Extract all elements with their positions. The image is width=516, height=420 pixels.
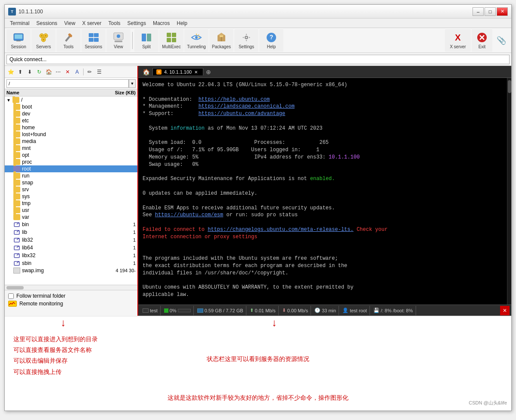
home-tab-icon[interactable]: 🏠: [140, 68, 152, 75]
svg-rect-2: [16, 40, 21, 41]
status-download: ⬇ 0.00 Mb/s: [280, 306, 311, 315]
annotation-left: 这里可以直接进入到想到的目录 可以直接查看服务器文件名称 可以双击编辑并保存 可…: [13, 334, 98, 377]
toolbar-help[interactable]: ? Help: [259, 29, 283, 52]
fp-download-btn[interactable]: ⬇: [25, 68, 34, 76]
folder-icon: [13, 173, 20, 179]
status-close-button[interactable]: ✕: [500, 306, 510, 315]
menu-sessions[interactable]: Sessions: [33, 19, 61, 27]
fp-refresh-btn[interactable]: ↻: [35, 68, 44, 76]
svg-rect-10: [89, 33, 93, 37]
terminal-panel: 🏠 4 4. 10.1.1.100 ✕ ⊕ Welcome to Ubuntu …: [138, 66, 511, 316]
tab-close-button[interactable]: ✕: [194, 70, 198, 75]
terminal-screen[interactable]: Welcome to Ubuntu 22.04.3 LTS (GNU/Linux…: [138, 78, 507, 305]
menu-tools[interactable]: Tools: [105, 19, 124, 27]
terminal-line: Enable ESM Apps to receive additional fu…: [143, 205, 503, 212]
fp-upload-btn[interactable]: ⬆: [16, 68, 25, 76]
file-panel-bottom: Follow terminal folder Remote monitoring: [5, 290, 137, 316]
toolbar-exit[interactable]: Exit: [472, 29, 492, 52]
list-item[interactable]: lost+found: [5, 131, 137, 138]
list-item[interactable]: etc: [5, 117, 137, 124]
terminal-scrollbar[interactable]: [507, 78, 511, 305]
list-item[interactable]: mnt: [5, 145, 137, 152]
list-item[interactable]: proc: [5, 159, 137, 165]
toolbar-separator-1: [132, 32, 133, 49]
toolbar-view[interactable]: View: [106, 29, 131, 52]
fp-menu-btn[interactable]: ☰: [95, 68, 103, 76]
horizontal-scrollbar[interactable]: [5, 285, 137, 290]
link-icon: [13, 221, 20, 228]
fp-dots-btn[interactable]: ⋯: [54, 68, 62, 76]
list-item[interactable]: lib 1: [5, 228, 137, 236]
terminal-tab-active[interactable]: 4 4. 10.1.1.100 ✕: [152, 68, 203, 75]
status-memory: 0.59 GB / 7.72 GB: [195, 306, 246, 315]
terminal-line: The programs included with the Ubuntu sy…: [143, 255, 503, 262]
menu-help[interactable]: Help: [173, 19, 191, 27]
download-icon: ⬇: [282, 308, 286, 313]
path-input[interactable]: [6, 79, 129, 88]
menu-settings[interactable]: Settings: [124, 19, 149, 27]
status-upload-label: 0.01 Mb/s: [255, 308, 276, 313]
list-item[interactable]: sys: [5, 193, 137, 200]
list-item[interactable]: media: [5, 138, 137, 145]
fp-home-btn[interactable]: 🏠: [44, 68, 53, 76]
toolbar-split[interactable]: Split: [134, 29, 159, 52]
attachment-icon[interactable]: 📎: [493, 34, 510, 47]
toolbar-servers[interactable]: Servers: [31, 29, 56, 52]
list-item[interactable]: lib64 1: [5, 244, 137, 252]
folder-icon: [13, 214, 20, 220]
list-item[interactable]: ▼ /: [5, 96, 137, 103]
toolbar-multiexec[interactable]: MultiExec: [159, 29, 183, 52]
list-item[interactable]: opt: [5, 152, 137, 159]
menu-macros[interactable]: Macros: [149, 19, 173, 27]
terminal-scrollbar-thumb[interactable]: [508, 80, 511, 93]
col-size-header: Size (KB): [101, 90, 136, 95]
quick-connect-input[interactable]: [6, 55, 510, 64]
path-dropdown[interactable]: ▼: [129, 79, 136, 88]
fp-edit-btn[interactable]: ✏: [85, 68, 94, 76]
menu-xserver[interactable]: X server: [79, 19, 105, 27]
follow-terminal-checkbox-item: Follow terminal folder: [8, 293, 134, 299]
list-item[interactable]: usr: [5, 207, 137, 214]
file-tree[interactable]: ▼ / boot dev etc home: [5, 96, 137, 285]
toolbar-sessions[interactable]: Sessions: [81, 29, 106, 52]
list-item[interactable]: home: [5, 124, 137, 131]
fp-delete-btn[interactable]: ✕: [63, 68, 72, 76]
menu-view[interactable]: View: [61, 19, 79, 27]
list-item[interactable]: sbin 1: [5, 259, 137, 267]
close-button[interactable]: ✕: [497, 7, 508, 16]
toolbar-tunneling[interactable]: Tunneling: [184, 29, 208, 52]
maximize-button[interactable]: □: [485, 7, 496, 16]
list-item[interactable]: run: [5, 172, 137, 179]
toolbar-packages[interactable]: Packages: [209, 29, 233, 52]
menu-terminal[interactable]: Terminal: [6, 19, 33, 27]
toolbar-xserver[interactable]: X X server: [445, 29, 471, 52]
list-item[interactable]: snap: [5, 179, 137, 186]
link-icon: [13, 252, 20, 259]
terminal-line: See https://ubuntu.com/esm or run: sudo …: [143, 212, 503, 219]
annotation-center: 状态栏这里可以看到服务器的资源情况: [207, 355, 309, 363]
list-item-root[interactable]: root: [5, 165, 137, 172]
toolbar-settings[interactable]: Settings: [234, 29, 258, 52]
list-item[interactable]: swap.img 4 194 30-: [5, 267, 137, 274]
minimize-button[interactable]: –: [472, 7, 484, 16]
terminal-line: [143, 132, 503, 140]
list-item[interactable]: bin 1: [5, 221, 137, 228]
list-item[interactable]: boot: [5, 103, 137, 110]
list-item[interactable]: dev: [5, 110, 137, 117]
follow-terminal-checkbox[interactable]: [8, 293, 14, 299]
fp-newfile-btn[interactable]: A: [73, 68, 81, 76]
toolbar-tools[interactable]: Tools: [56, 29, 81, 52]
svg-rect-27: [220, 35, 223, 37]
window-title: 10.1.1.100: [19, 9, 472, 15]
folder-icon: [13, 124, 20, 131]
list-item[interactable]: lib32 1: [5, 236, 137, 244]
add-tab-button[interactable]: ⊕: [204, 68, 213, 75]
toolbar-session[interactable]: Session: [6, 29, 31, 52]
list-item[interactable]: srv: [5, 186, 137, 193]
list-item[interactable]: var: [5, 214, 137, 221]
list-item[interactable]: tmp: [5, 200, 137, 207]
list-item[interactable]: libx32 1: [5, 252, 137, 259]
file-icon: [13, 268, 20, 274]
svg-rect-13: [94, 38, 99, 42]
fp-star-btn[interactable]: ⭐: [6, 68, 15, 76]
